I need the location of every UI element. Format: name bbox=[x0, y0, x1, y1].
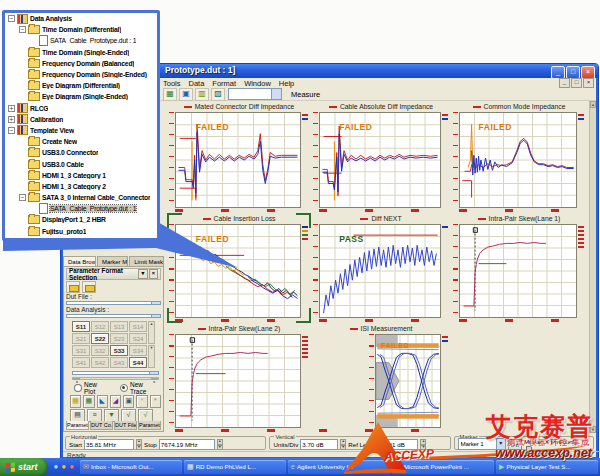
plot-cable-insertion-loss[interactable]: Cable Insertion LossFAILED bbox=[167, 213, 311, 323]
task-button[interactable]: eAgilent University f... bbox=[288, 460, 390, 474]
start-input[interactable]: 35.81 MHz bbox=[84, 439, 134, 450]
plot-frame[interactable]: FAILED bbox=[175, 112, 301, 208]
all-select[interactable]: ALL bbox=[72, 371, 159, 375]
panel-icon-button[interactable]: ◣ bbox=[97, 395, 108, 408]
tree-expander-icon[interactable]: − bbox=[8, 127, 15, 134]
new-trace-radio-dot[interactable] bbox=[120, 384, 128, 392]
tree-expander-icon[interactable]: − bbox=[19, 26, 26, 33]
marker-on-button[interactable]: On bbox=[508, 439, 522, 450]
panel-bottom-tab[interactable]: Paramet... bbox=[138, 421, 161, 430]
ref-level-input[interactable]: -11.01 dB bbox=[376, 439, 418, 450]
start-button[interactable]: start bbox=[0, 458, 48, 476]
save-icon[interactable]: ▣ bbox=[179, 88, 193, 101]
sparam-button-s24[interactable]: S24 bbox=[129, 333, 147, 344]
start-spinner[interactable]: ▲▼ bbox=[136, 439, 142, 449]
menu-tools[interactable]: Tools bbox=[163, 79, 181, 88]
panel-bottom-tab[interactable]: Paramet... bbox=[66, 421, 89, 430]
data-analysis-select[interactable]: Frequency Domain (Single-Ended) bbox=[66, 314, 161, 318]
scroll-down-icon[interactable]: ▼ bbox=[590, 426, 596, 433]
tree-item[interactable]: −Time Domain (Differential) bbox=[5, 24, 157, 35]
plot-frame[interactable]: FAILED bbox=[175, 224, 301, 318]
tree-item[interactable]: HDMI 1_3 Category 1 bbox=[5, 170, 157, 181]
sparam-button-s33[interactable]: S33 bbox=[110, 345, 128, 356]
menu-window[interactable]: Window bbox=[244, 79, 271, 88]
plot-diff-next[interactable]: Diff NEXTPASS bbox=[311, 213, 451, 323]
sparam-button-s41[interactable]: S41 bbox=[72, 357, 90, 368]
tree-expander-icon[interactable]: + bbox=[8, 116, 15, 123]
mdi-restore-icon[interactable]: □ bbox=[571, 78, 582, 88]
sparam-button-s22[interactable]: S22 bbox=[91, 333, 109, 344]
plot-intra-pair-skew-lane-1-[interactable]: Intra-Pair Skew(Lane 1) bbox=[451, 213, 587, 323]
panel-tab[interactable]: Marker Math bbox=[97, 256, 128, 266]
pin-icon[interactable]: ▾ bbox=[138, 269, 147, 279]
minimize-icon[interactable]: _ bbox=[551, 66, 565, 79]
tree-item[interactable]: DisplayPort 1_2 HBR bbox=[5, 214, 157, 225]
horizontal-scrollbar[interactable] bbox=[72, 377, 159, 380]
tree-item[interactable]: −Data Analysis bbox=[5, 13, 157, 24]
panel-bottom-tab[interactable]: DUT Co... bbox=[90, 421, 113, 430]
sparam-button-s42[interactable]: S42 bbox=[91, 357, 109, 368]
panel-icon-button[interactable]: ▦ bbox=[83, 395, 94, 408]
plot-frame[interactable]: FAILED bbox=[459, 112, 577, 208]
panel-icon-button[interactable]: ▦ bbox=[70, 395, 81, 408]
menu-format[interactable]: Format bbox=[212, 79, 236, 88]
sparam-button-s43[interactable]: S43 bbox=[110, 357, 128, 368]
tree-item[interactable]: USB3.0 Connector bbox=[5, 147, 157, 158]
quick-launch-icon[interactable]: ● bbox=[69, 463, 74, 471]
tree-item[interactable]: Frequency Domain (Balanced) bbox=[5, 58, 157, 69]
folder-open-icon[interactable] bbox=[66, 281, 80, 293]
plot-intra-pair-skew-lane-2-[interactable]: Intra-Pair Skew(Lane 2) bbox=[167, 323, 311, 433]
task-button[interactable]: ▶Physical Layer Test S... bbox=[496, 460, 598, 474]
tree-item[interactable]: −Template View bbox=[5, 125, 157, 136]
sparam-button-s31[interactable]: S31 bbox=[72, 345, 90, 356]
panel-tab[interactable]: Limit Mask S... bbox=[129, 256, 164, 266]
new-plot-icon[interactable]: ▦ bbox=[163, 88, 177, 101]
sparam-button-s11[interactable]: S11 bbox=[72, 321, 90, 332]
task-button[interactable]: ▦RD Demo PhLVed L... bbox=[184, 460, 286, 474]
quick-launch-icon[interactable]: ● bbox=[54, 463, 59, 471]
ref-level-spinner[interactable]: ▲▼ bbox=[420, 439, 426, 449]
trace-icon[interactable]: ▨ bbox=[211, 88, 225, 101]
tree-item[interactable]: −SATA 3_0 Internal Cable_Connector bbox=[5, 192, 157, 203]
tree-item[interactable]: Frequency Domain (Single-Ended) bbox=[5, 69, 157, 80]
layout-icon[interactable]: ▥ bbox=[195, 88, 209, 101]
panel-close-icon[interactable]: × bbox=[149, 269, 158, 279]
marker-select[interactable]: Marker 1 bbox=[458, 438, 506, 450]
task-button[interactable]: ▤Microsoft PowerPoint ... bbox=[392, 460, 494, 474]
plot-frame[interactable]: FAILED bbox=[375, 334, 441, 428]
sparam-button-s44[interactable]: S44 bbox=[129, 357, 147, 368]
tree-item[interactable]: HDMI 1_3 Category 2 bbox=[5, 181, 157, 192]
panel-icon-button[interactable]: * bbox=[136, 395, 147, 408]
scroll-up-icon[interactable]: ▲ bbox=[590, 101, 596, 108]
quick-launch-icon[interactable]: ● bbox=[61, 463, 66, 471]
close-icon[interactable]: × bbox=[581, 66, 595, 79]
restore-icon[interactable]: □ bbox=[566, 66, 580, 79]
dut-file-select[interactable]: 1: SATA_Cable_Prototype bbox=[66, 301, 161, 305]
plot-mated-connector-diff-impedance[interactable]: Mated Connector Diff ImpedanceFAILED bbox=[167, 101, 311, 213]
tree-expander-icon[interactable]: − bbox=[19, 194, 26, 201]
panel-bottom-tab[interactable]: DUT File... bbox=[114, 421, 137, 430]
vertical-scrollbar[interactable]: ▲ ▼ bbox=[589, 101, 596, 433]
tree-item[interactable]: Fujitsu_proto1 bbox=[5, 226, 157, 237]
sparam-button-s13[interactable]: S13 bbox=[110, 321, 128, 332]
menu-help[interactable]: Help bbox=[279, 79, 294, 88]
toolbar-combo[interactable] bbox=[228, 88, 282, 100]
plot-isi-measurement[interactable]: ISI MeasurementFAILED bbox=[311, 323, 451, 433]
plot-frame[interactable]: FAILED bbox=[319, 112, 441, 208]
sparam-button-s21[interactable]: S21 bbox=[72, 333, 90, 344]
panel-icon-button[interactable]: ◢ bbox=[110, 395, 121, 408]
mdi-close-icon[interactable]: × bbox=[583, 78, 594, 88]
tree-item[interactable]: Time Domain (Single-Ended) bbox=[5, 47, 157, 58]
sparam-spinner[interactable]: ▲▼ bbox=[148, 321, 155, 368]
sparam-button-s12[interactable]: S12 bbox=[91, 321, 109, 332]
new-plot-radio[interactable]: New Plot bbox=[74, 381, 110, 395]
sparam-button-s34[interactable]: S34 bbox=[129, 345, 147, 356]
tree-item[interactable]: Create New bbox=[5, 136, 157, 147]
plot-frame[interactable] bbox=[459, 224, 577, 318]
panel-tab[interactable]: Data Browser bbox=[63, 256, 96, 266]
plot-frame[interactable] bbox=[175, 334, 301, 428]
sparam-button-s23[interactable]: S23 bbox=[110, 333, 128, 344]
units-spinner[interactable]: ▲▼ bbox=[340, 439, 346, 449]
tree-item[interactable]: +RLCG bbox=[5, 103, 157, 114]
tree-expander-icon[interactable]: + bbox=[8, 105, 15, 112]
